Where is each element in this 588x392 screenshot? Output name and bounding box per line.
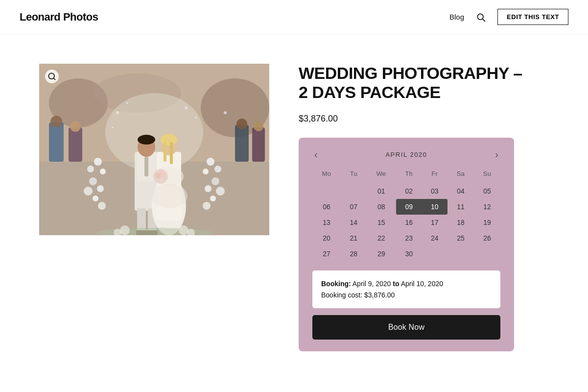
calendar-day[interactable]: 26 bbox=[474, 230, 500, 246]
calendar-day[interactable]: 03 bbox=[422, 183, 447, 199]
svg-point-55 bbox=[126, 102, 128, 104]
site-header: Leonard Photos Blog EDIT THIS TEXT bbox=[0, 0, 588, 34]
svg-point-23 bbox=[84, 187, 93, 196]
calendar-day[interactable]: 29 bbox=[367, 246, 396, 262]
svg-point-22 bbox=[97, 185, 104, 192]
svg-point-28 bbox=[203, 169, 209, 174]
zoom-icon[interactable] bbox=[45, 70, 59, 83]
product-title: WEDDING PHOTOGRAPHY – 2 DAYS PACKAGE bbox=[299, 64, 524, 102]
calendar-weekdays-row: MoTuWeThFrSaSu bbox=[312, 168, 500, 183]
calendar-grid: MoTuWeThFrSaSu 0102030405060708091011121… bbox=[312, 168, 500, 262]
calendar-day[interactable]: 24 bbox=[422, 230, 447, 246]
search-icon[interactable] bbox=[476, 12, 486, 22]
calendar-day[interactable]: 07 bbox=[341, 199, 366, 215]
product-image-section bbox=[39, 64, 269, 351]
calendar-day[interactable]: 18 bbox=[447, 215, 474, 230]
calendar-day bbox=[474, 246, 500, 262]
svg-point-10 bbox=[50, 116, 62, 127]
calendar-prev-button[interactable]: ‹ bbox=[312, 149, 320, 159]
calendar-day[interactable]: 30 bbox=[396, 246, 422, 262]
svg-line-3 bbox=[54, 78, 56, 80]
calendar-day[interactable]: 12 bbox=[474, 199, 500, 215]
svg-point-61 bbox=[120, 225, 130, 235]
blog-nav-link[interactable]: Blog bbox=[449, 13, 464, 21]
calendar-next-button[interactable]: › bbox=[493, 149, 500, 159]
booking-cost: Booking cost: $3,876.00 bbox=[321, 291, 395, 299]
calendar-day[interactable]: 15 bbox=[367, 215, 396, 230]
calendar-day[interactable]: 17 bbox=[422, 215, 447, 230]
edit-text-button[interactable]: EDIT THIS TEXT bbox=[497, 9, 568, 25]
svg-point-57 bbox=[195, 117, 197, 119]
calendar-weekday: Th bbox=[396, 168, 422, 183]
svg-point-63 bbox=[179, 225, 188, 235]
booking-summary: Booking: April 9, 2020 to April 10, 2020… bbox=[312, 270, 500, 308]
svg-rect-38 bbox=[144, 157, 148, 176]
calendar-day[interactable]: 20 bbox=[312, 230, 341, 246]
calendar-day[interactable]: 06 bbox=[312, 199, 341, 215]
calendar-day[interactable]: 14 bbox=[341, 215, 366, 230]
svg-rect-48 bbox=[170, 142, 173, 164]
calendar-day bbox=[422, 246, 447, 262]
calendar-day[interactable]: 10 bbox=[422, 199, 447, 215]
calendar-day[interactable]: 05 bbox=[474, 183, 500, 199]
svg-point-26 bbox=[207, 158, 214, 166]
calendar-day[interactable]: 27 bbox=[312, 246, 341, 262]
svg-point-59 bbox=[224, 111, 227, 114]
svg-point-21 bbox=[89, 177, 97, 185]
calendar-day bbox=[447, 246, 474, 262]
svg-point-31 bbox=[216, 187, 225, 196]
calendar-day bbox=[341, 183, 366, 199]
calendar-day[interactable]: 28 bbox=[341, 246, 366, 262]
calendar-weekday: Mo bbox=[312, 168, 341, 183]
calendar-weekday: Tu bbox=[341, 168, 366, 183]
main-content: WEDDING PHOTOGRAPHY – 2 DAYS PACKAGE $3,… bbox=[0, 34, 588, 381]
calendar-day[interactable]: 09 bbox=[396, 199, 422, 215]
calendar-header: ‹ APRIL 2020 › bbox=[312, 149, 500, 159]
svg-point-54 bbox=[116, 111, 119, 114]
calendar-day[interactable]: 19 bbox=[474, 215, 500, 230]
calendar-day[interactable]: 01 bbox=[367, 183, 396, 199]
calendar-day[interactable]: 16 bbox=[396, 215, 422, 230]
calendar-day[interactable]: 04 bbox=[447, 183, 474, 199]
svg-point-24 bbox=[93, 196, 98, 201]
product-image bbox=[39, 64, 269, 235]
svg-point-29 bbox=[212, 177, 219, 185]
calendar-weekday: Sa bbox=[447, 168, 474, 183]
calendar-day[interactable]: 08 bbox=[367, 199, 396, 215]
svg-point-27 bbox=[214, 166, 221, 172]
calendar-weekday: Fr bbox=[422, 168, 447, 183]
booking-to-label: to bbox=[393, 280, 399, 288]
svg-rect-9 bbox=[49, 122, 64, 162]
svg-point-33 bbox=[203, 202, 211, 210]
svg-rect-11 bbox=[69, 127, 82, 162]
product-price: $3,876.00 bbox=[299, 114, 568, 124]
calendar-week-row: 0102030405 bbox=[312, 183, 500, 199]
calendar-day[interactable]: 11 bbox=[447, 199, 474, 215]
book-now-button[interactable]: Book Now bbox=[312, 315, 500, 340]
svg-point-37 bbox=[138, 135, 155, 145]
calendar-day[interactable]: 22 bbox=[367, 230, 396, 246]
svg-point-46 bbox=[161, 134, 177, 146]
svg-point-56 bbox=[185, 106, 188, 109]
svg-point-14 bbox=[236, 119, 247, 129]
calendar-day[interactable]: 23 bbox=[396, 230, 422, 246]
svg-point-0 bbox=[477, 14, 483, 20]
calendar-week-row: 20212223242526 bbox=[312, 230, 500, 246]
calendar-day[interactable]: 13 bbox=[312, 215, 341, 230]
calendar-week-row: 13141516171819 bbox=[312, 215, 500, 230]
svg-point-16 bbox=[254, 122, 263, 131]
booking-label: Booking: bbox=[321, 280, 351, 288]
calendar-day[interactable]: 21 bbox=[341, 230, 366, 246]
svg-point-25 bbox=[98, 202, 106, 210]
calendar-weekday: We bbox=[367, 168, 396, 183]
calendar-day[interactable]: 25 bbox=[447, 230, 474, 246]
svg-point-18 bbox=[94, 158, 102, 166]
svg-point-32 bbox=[210, 196, 216, 201]
svg-point-50 bbox=[150, 184, 188, 208]
svg-rect-15 bbox=[252, 127, 265, 162]
calendar-day[interactable]: 02 bbox=[396, 183, 422, 199]
svg-point-12 bbox=[70, 121, 81, 132]
calendar-day bbox=[312, 183, 341, 199]
svg-line-1 bbox=[483, 19, 485, 21]
product-info-section: WEDDING PHOTOGRAPHY – 2 DAYS PACKAGE $3,… bbox=[299, 64, 568, 351]
